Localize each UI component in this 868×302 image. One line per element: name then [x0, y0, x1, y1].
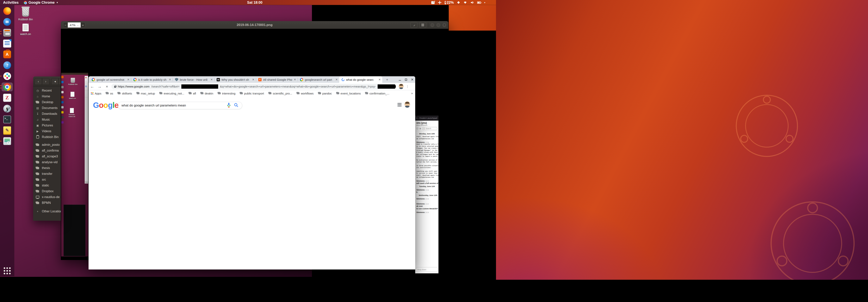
zoom-out-button[interactable]: − [63, 22, 68, 28]
address-bar[interactable]: https://www.google.com /search?safe=off&… [112, 84, 396, 89]
show-applications-button[interactable] [4, 267, 11, 274]
bookmark-item[interactable]: afl [189, 92, 196, 95]
slack-search-input[interactable]: Search [423, 127, 437, 130]
close-button[interactable]: × [442, 23, 446, 27]
stop-button[interactable]: × [103, 84, 111, 89]
sidebar-bookmark-item[interactable]: BPMN [33, 200, 61, 206]
profile-avatar[interactable] [399, 84, 404, 89]
browser-tab[interactable]: M Why you shouldn't sh ✕ [214, 76, 256, 83]
bookmark-item[interactable]: pandoc [318, 92, 332, 95]
back-button[interactable]: ← [89, 84, 96, 89]
desktop-icon[interactable]: Rubbish Bin [18, 8, 33, 21]
bookmark-item[interactable]: workflows [297, 92, 314, 95]
tab-close-icon[interactable]: ✕ [169, 78, 171, 81]
sidebar-place-item[interactable]: ◷ Recent [33, 88, 61, 94]
tab-close-icon[interactable]: ✕ [335, 78, 338, 81]
sidebar-bookmark-item[interactable]: static [33, 182, 61, 188]
other-locations-item[interactable]: + Other Locations [33, 208, 61, 214]
app-menu[interactable]: Google Chrome ▼ [24, 1, 58, 5]
sidebar-bookmark-item[interactable]: thesis [33, 165, 61, 171]
sidebar-bookmark-item[interactable]: transfer [33, 171, 61, 177]
dock-item[interactable]: Z [2, 93, 13, 102]
browser-tab[interactable]: googlesearch url part ✕ [298, 76, 339, 83]
dock-item[interactable]: y [2, 104, 13, 113]
sidebar-bookmark-item[interactable]: analyse-vid [33, 159, 61, 165]
browser-tab[interactable]: brute force - How unli ✕ [173, 76, 214, 83]
sidebar-place-item[interactable]: ↧ Downloads [33, 111, 61, 117]
search-icon[interactable] [234, 103, 239, 108]
slack-tray-icon[interactable] [438, 1, 441, 4]
browser-tab[interactable]: Y All shared Google Pho ✕ [256, 76, 298, 83]
dock-item[interactable]: A [2, 50, 13, 59]
google-search-box[interactable]: what do google search url parameters mea… [118, 102, 242, 109]
desktop-icon[interactable]: watch.on [18, 24, 33, 36]
bookmark-item[interactable]: public transport [240, 92, 264, 95]
minimize-button[interactable] [399, 80, 401, 80]
google-account-avatar[interactable] [404, 101, 410, 108]
notes-tray-icon[interactable] [431, 1, 435, 4]
bookmark-item[interactable]: os [106, 92, 113, 95]
bookmark-item[interactable]: Apps [91, 92, 101, 95]
tab-close-icon[interactable]: ✕ [210, 78, 213, 81]
tab-close-icon[interactable]: ✕ [252, 78, 254, 81]
minimize-button[interactable]: − [430, 23, 434, 27]
dropbox-tray-icon[interactable]: ❖ [457, 1, 460, 4]
slack-titlebar[interactable]: k - Deakin Launchpad [415, 115, 438, 121]
sidebar-bookmark-item[interactable]: src [33, 177, 61, 182]
system-menu-chevron-icon[interactable]: ▾ [484, 1, 485, 4]
viewer-menu-button[interactable] [419, 22, 426, 28]
system-tray[interactable]: 22% ❖ ▾ [431, 0, 485, 5]
dock-item[interactable]: ✎ [2, 126, 13, 135]
sidebar-place-item[interactable]: Rubbish Bin [33, 134, 61, 140]
zoom-level-dropdown[interactable]: 47% ⌄ [68, 22, 81, 28]
bookmark-item[interactable]: skillsets [118, 92, 132, 95]
browser-tab[interactable]: what do google searc ✕ [339, 76, 382, 83]
image-viewer-titlebar[interactable]: 2019-06-14-170001.png − 47% ⌄ + ↔ − □ × [61, 21, 448, 29]
bookmark-item[interactable]: mac_setup [137, 92, 155, 95]
maximize-button[interactable]: □ [436, 23, 440, 27]
tab-close-icon[interactable]: ✕ [378, 78, 381, 81]
fullscreen-button[interactable]: ↔ [410, 22, 417, 28]
info-icon[interactable]: ⓘ [416, 127, 418, 130]
sidebar-place-item[interactable]: ♫ Music [33, 117, 61, 123]
bookmarks-overflow-chevron[interactable]: » [411, 92, 413, 95]
bookmark-item[interactable]: executing_not... [160, 92, 184, 95]
sidebar-bookmark-item[interactable]: x-nautilus-de [33, 194, 61, 200]
dock-item[interactable]: >_ [2, 115, 13, 124]
zoom-in-button[interactable]: + [81, 22, 85, 28]
close-button[interactable]: ✕ [411, 78, 414, 81]
sidebar-place-item[interactable]: ▣ Pictures [33, 123, 61, 128]
bookmark-item[interactable]: interesting [218, 92, 236, 95]
gear-icon[interactable]: ⚙ [420, 128, 421, 130]
sidebar-bookmark-item[interactable]: admin_posto [33, 142, 61, 148]
sidebar-place-item[interactable]: ▤ Documents [33, 105, 61, 111]
mic-icon[interactable] [227, 103, 231, 109]
sidebar-bookmark-item[interactable]: Dropbox [33, 188, 61, 194]
sidebar-bookmark-item[interactable]: afl_confirma [33, 148, 61, 154]
sidebar-bookmark-item[interactable]: afl_scrape3 [33, 154, 61, 159]
dock-item[interactable]: ? [2, 61, 13, 70]
forward-button[interactable]: → [96, 84, 103, 89]
browser-tab[interactable]: is it safe to publicly sh ✕ [131, 76, 173, 83]
tab-close-icon[interactable]: ✕ [127, 78, 129, 81]
bookmark-item[interactable]: confirmation_... [365, 92, 390, 95]
back-button[interactable]: ‹ [35, 78, 42, 85]
sidebar-place-item[interactable]: ▶ Videos [33, 128, 61, 134]
clock-button[interactable]: Sat 18:00 [240, 0, 269, 5]
bookmark-item[interactable]: scientific_pro... [269, 92, 292, 95]
dock-item[interactable]: ✉ [2, 18, 13, 26]
dock-item[interactable] [2, 39, 13, 48]
bookmark-item[interactable]: event_locations [337, 92, 361, 95]
path-prev-button[interactable]: ◂ [51, 78, 59, 85]
maximize-button[interactable] [405, 78, 407, 81]
google-apps-grid-icon[interactable] [398, 103, 401, 107]
browser-tab[interactable]: google url screenshot ✕ [89, 76, 131, 83]
activities-button[interactable]: Activities [3, 1, 19, 5]
dock-item[interactable] [2, 82, 13, 91]
slack-message-input[interactable]: thing down [416, 267, 438, 272]
home-path-button[interactable]: ⌂ [59, 78, 61, 85]
tab-close-icon[interactable]: ✕ [294, 78, 296, 81]
sidebar-place-item[interactable]: Desktop [33, 99, 61, 105]
bookmark-item[interactable]: deakin [201, 92, 213, 95]
browser-menu-icon[interactable]: ⋮ [404, 85, 411, 88]
